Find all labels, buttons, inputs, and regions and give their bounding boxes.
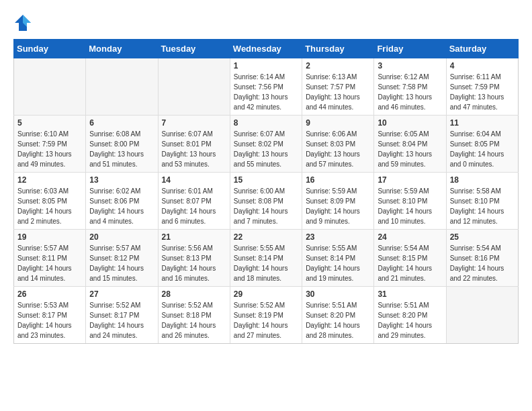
day-number: 7 <box>162 118 226 128</box>
day-info: Sunrise: 6:11 AM Sunset: 7:59 PM Dayligh… <box>450 72 515 112</box>
day-number: 2 <box>306 61 370 71</box>
day-info: Sunrise: 5:57 AM Sunset: 8:11 PM Dayligh… <box>17 243 82 283</box>
calendar-cell: 8Sunrise: 6:07 AM Sunset: 8:02 PM Daylig… <box>230 116 302 173</box>
day-info: Sunrise: 6:06 AM Sunset: 8:03 PM Dayligh… <box>306 129 370 169</box>
day-info: Sunrise: 6:01 AM Sunset: 8:07 PM Dayligh… <box>162 186 226 226</box>
day-info: Sunrise: 5:52 AM Sunset: 8:18 PM Dayligh… <box>162 300 226 340</box>
day-number: 17 <box>378 175 442 185</box>
day-info: Sunrise: 6:00 AM Sunset: 8:08 PM Dayligh… <box>234 186 298 226</box>
day-info: Sunrise: 5:57 AM Sunset: 8:12 PM Dayligh… <box>89 243 154 283</box>
day-number: 25 <box>450 232 515 242</box>
calendar-cell: 2Sunrise: 6:13 AM Sunset: 7:57 PM Daylig… <box>302 58 374 116</box>
day-info: Sunrise: 5:55 AM Sunset: 8:14 PM Dayligh… <box>234 243 298 283</box>
calendar-cell: 25Sunrise: 5:54 AM Sunset: 8:16 PM Dayli… <box>446 230 518 287</box>
calendar-cell: 29Sunrise: 5:52 AM Sunset: 8:19 PM Dayli… <box>230 287 302 344</box>
weekday-header: Saturday <box>446 40 518 58</box>
weekday-header: Tuesday <box>158 40 230 58</box>
calendar-cell: 1Sunrise: 6:14 AM Sunset: 7:56 PM Daylig… <box>230 58 302 116</box>
day-info: Sunrise: 6:13 AM Sunset: 7:57 PM Dayligh… <box>306 72 370 112</box>
logo-icon <box>13 13 32 32</box>
day-number: 22 <box>234 232 298 242</box>
calendar-cell: 10Sunrise: 6:05 AM Sunset: 8:04 PM Dayli… <box>374 116 446 173</box>
calendar-week-row: 19Sunrise: 5:57 AM Sunset: 8:11 PM Dayli… <box>14 230 519 287</box>
calendar-cell: 16Sunrise: 5:59 AM Sunset: 8:09 PM Dayli… <box>302 173 374 230</box>
day-info: Sunrise: 5:56 AM Sunset: 8:13 PM Dayligh… <box>162 243 226 283</box>
day-number: 8 <box>234 118 298 128</box>
weekday-header: Monday <box>86 40 158 58</box>
calendar-cell: 12Sunrise: 6:03 AM Sunset: 8:05 PM Dayli… <box>14 173 86 230</box>
calendar-cell: 20Sunrise: 5:57 AM Sunset: 8:12 PM Dayli… <box>86 230 158 287</box>
day-number: 11 <box>450 118 515 128</box>
calendar-cell: 11Sunrise: 6:04 AM Sunset: 8:05 PM Dayli… <box>446 116 518 173</box>
day-number: 26 <box>17 289 82 299</box>
day-number: 27 <box>89 289 154 299</box>
calendar-cell: 6Sunrise: 6:08 AM Sunset: 8:00 PM Daylig… <box>86 116 158 173</box>
calendar-cell: 30Sunrise: 5:51 AM Sunset: 8:20 PM Dayli… <box>302 287 374 344</box>
page-header <box>13 13 519 32</box>
day-number: 23 <box>306 232 370 242</box>
calendar-table: SundayMondayTuesdayWednesdayThursdayFrid… <box>13 39 519 344</box>
day-number: 9 <box>306 118 370 128</box>
day-info: Sunrise: 5:53 AM Sunset: 8:17 PM Dayligh… <box>17 300 82 340</box>
calendar-cell: 24Sunrise: 5:54 AM Sunset: 8:15 PM Dayli… <box>374 230 446 287</box>
calendar-cell: 22Sunrise: 5:55 AM Sunset: 8:14 PM Dayli… <box>230 230 302 287</box>
day-info: Sunrise: 5:54 AM Sunset: 8:15 PM Dayligh… <box>378 243 442 283</box>
day-number: 1 <box>234 61 298 71</box>
day-info: Sunrise: 5:51 AM Sunset: 8:20 PM Dayligh… <box>378 300 442 340</box>
weekday-header: Thursday <box>302 40 374 58</box>
day-number: 5 <box>17 118 82 128</box>
calendar-cell: 17Sunrise: 5:59 AM Sunset: 8:10 PM Dayli… <box>374 173 446 230</box>
day-number: 20 <box>89 232 154 242</box>
calendar-cell: 23Sunrise: 5:55 AM Sunset: 8:14 PM Dayli… <box>302 230 374 287</box>
weekday-header: Friday <box>374 40 446 58</box>
calendar-cell: 3Sunrise: 6:12 AM Sunset: 7:58 PM Daylig… <box>374 58 446 116</box>
calendar-week-row: 12Sunrise: 6:03 AM Sunset: 8:05 PM Dayli… <box>14 173 519 230</box>
calendar-week-row: 5Sunrise: 6:10 AM Sunset: 7:59 PM Daylig… <box>14 116 519 173</box>
day-info: Sunrise: 6:02 AM Sunset: 8:06 PM Dayligh… <box>89 186 154 226</box>
day-number: 13 <box>89 175 154 185</box>
calendar-cell: 31Sunrise: 5:51 AM Sunset: 8:20 PM Dayli… <box>374 287 446 344</box>
day-number: 18 <box>450 175 515 185</box>
day-info: Sunrise: 6:03 AM Sunset: 8:05 PM Dayligh… <box>17 186 82 226</box>
calendar-cell: 7Sunrise: 6:07 AM Sunset: 8:01 PM Daylig… <box>158 116 230 173</box>
weekday-header-row: SundayMondayTuesdayWednesdayThursdayFrid… <box>14 40 519 58</box>
calendar-cell: 4Sunrise: 6:11 AM Sunset: 7:59 PM Daylig… <box>446 58 518 116</box>
day-number: 15 <box>234 175 298 185</box>
calendar-cell <box>14 58 86 116</box>
calendar-cell: 9Sunrise: 6:06 AM Sunset: 8:03 PM Daylig… <box>302 116 374 173</box>
calendar-cell: 15Sunrise: 6:00 AM Sunset: 8:08 PM Dayli… <box>230 173 302 230</box>
day-number: 29 <box>234 289 298 299</box>
day-number: 31 <box>378 289 442 299</box>
day-number: 12 <box>17 175 82 185</box>
day-number: 16 <box>306 175 370 185</box>
day-number: 3 <box>378 61 442 71</box>
calendar-cell: 27Sunrise: 5:52 AM Sunset: 8:17 PM Dayli… <box>86 287 158 344</box>
weekday-header: Wednesday <box>230 40 302 58</box>
day-info: Sunrise: 5:52 AM Sunset: 8:17 PM Dayligh… <box>89 300 154 340</box>
day-number: 30 <box>306 289 370 299</box>
day-number: 19 <box>17 232 82 242</box>
day-info: Sunrise: 6:05 AM Sunset: 8:04 PM Dayligh… <box>378 129 442 169</box>
day-info: Sunrise: 6:07 AM Sunset: 8:01 PM Dayligh… <box>162 129 226 169</box>
day-info: Sunrise: 5:59 AM Sunset: 8:10 PM Dayligh… <box>378 186 442 226</box>
day-number: 6 <box>89 118 154 128</box>
calendar-cell: 18Sunrise: 5:58 AM Sunset: 8:10 PM Dayli… <box>446 173 518 230</box>
day-info: Sunrise: 6:12 AM Sunset: 7:58 PM Dayligh… <box>378 72 442 112</box>
calendar-cell <box>158 58 230 116</box>
calendar-cell: 26Sunrise: 5:53 AM Sunset: 8:17 PM Dayli… <box>14 287 86 344</box>
day-info: Sunrise: 5:54 AM Sunset: 8:16 PM Dayligh… <box>450 243 515 283</box>
day-info: Sunrise: 6:14 AM Sunset: 7:56 PM Dayligh… <box>234 72 298 112</box>
calendar-cell: 21Sunrise: 5:56 AM Sunset: 8:13 PM Dayli… <box>158 230 230 287</box>
calendar-cell: 19Sunrise: 5:57 AM Sunset: 8:11 PM Dayli… <box>14 230 86 287</box>
day-info: Sunrise: 5:55 AM Sunset: 8:14 PM Dayligh… <box>306 243 370 283</box>
day-info: Sunrise: 6:08 AM Sunset: 8:00 PM Dayligh… <box>89 129 154 169</box>
day-number: 14 <box>162 175 226 185</box>
calendar-cell <box>446 287 518 344</box>
day-info: Sunrise: 5:58 AM Sunset: 8:10 PM Dayligh… <box>450 186 515 226</box>
day-number: 28 <box>162 289 226 299</box>
day-info: Sunrise: 6:10 AM Sunset: 7:59 PM Dayligh… <box>17 129 82 169</box>
day-info: Sunrise: 5:59 AM Sunset: 8:09 PM Dayligh… <box>306 186 370 226</box>
logo <box>13 13 35 32</box>
calendar-cell: 28Sunrise: 5:52 AM Sunset: 8:18 PM Dayli… <box>158 287 230 344</box>
day-number: 24 <box>378 232 442 242</box>
